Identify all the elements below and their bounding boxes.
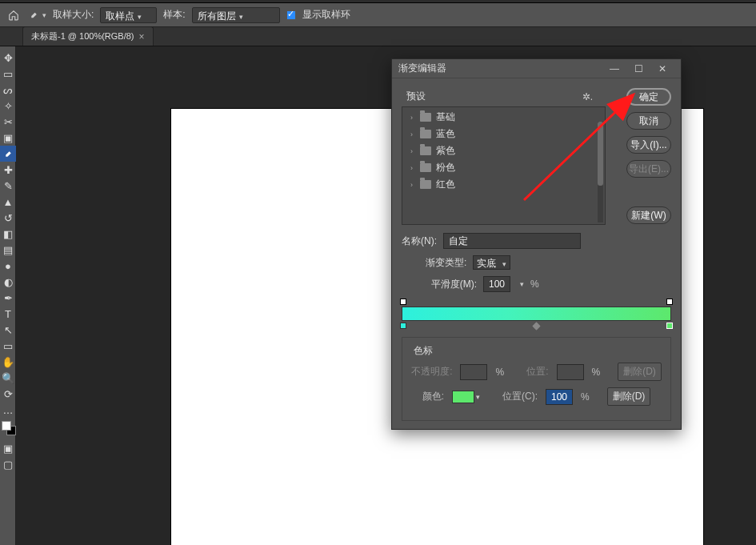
position-c-input[interactable] xyxy=(546,389,573,405)
import-button[interactable]: 导入(I)... xyxy=(626,136,671,154)
folder-icon xyxy=(420,163,431,172)
options-bar: ▾ 取样大小: 取样点▾ 样本: 所有图层▾ 显示取样环 xyxy=(0,3,756,27)
opacity-label: 不透明度: xyxy=(411,365,452,379)
folder-icon xyxy=(420,146,431,155)
chevron-down-icon: ▾ xyxy=(42,11,46,19)
eyedropper-icon[interactable]: ▾ xyxy=(29,6,46,24)
preset-folder[interactable]: › 粉色 xyxy=(402,159,605,176)
screenmode-toggle[interactable]: ▢ xyxy=(0,456,16,472)
history-brush-tool[interactable]: ↺ xyxy=(0,210,16,226)
export-button[interactable]: 导出(E)... xyxy=(626,160,671,178)
stamp-tool[interactable]: ▲ xyxy=(0,194,16,210)
name-input[interactable] xyxy=(443,233,581,249)
chevron-right-icon: › xyxy=(410,114,415,122)
heal-tool[interactable]: ✚ xyxy=(0,162,16,178)
folder-icon xyxy=(420,130,431,138)
scrollbar[interactable] xyxy=(598,122,603,222)
position-label: 位置: xyxy=(526,365,548,379)
eyedropper-tool[interactable] xyxy=(0,146,16,162)
name-label: 名称(N): xyxy=(402,234,437,248)
opacity-stop-right[interactable] xyxy=(666,299,673,305)
eraser-tool[interactable]: ◧ xyxy=(0,226,16,242)
home-icon[interactable] xyxy=(5,6,22,24)
color-stop-right[interactable] xyxy=(666,323,673,329)
document-tab[interactable]: 未标题-1 @ 100%(RGB/8) × xyxy=(22,26,154,46)
folder-icon xyxy=(420,113,431,122)
gradient-ramp[interactable] xyxy=(402,299,671,329)
maximize-icon[interactable]: ☐ xyxy=(626,63,650,74)
gradient-tool[interactable]: ▤ xyxy=(0,242,16,258)
gradient-type-label: 渐变类型: xyxy=(426,256,466,270)
chevron-down-icon: ▾ xyxy=(476,393,480,401)
frame-tool[interactable]: ▣ xyxy=(0,130,16,146)
dialog-titlebar[interactable]: 渐变编辑器 — ☐ ✕ xyxy=(392,59,681,78)
gradient-bar[interactable] xyxy=(402,307,671,321)
preset-folder-label: 红色 xyxy=(436,178,455,191)
opacity-stop-left[interactable] xyxy=(400,299,406,305)
lasso-tool[interactable]: ᔕ xyxy=(0,82,16,98)
preset-folder-label: 基础 xyxy=(436,110,455,124)
percent-sign: % xyxy=(495,367,504,378)
type-tool[interactable]: T xyxy=(0,306,16,322)
delete-color-stop-button[interactable]: 删除(D) xyxy=(607,387,651,406)
document-tabbar: 未标题-1 @ 100%(RGB/8) × xyxy=(0,27,756,46)
dialog-title: 渐变编辑器 xyxy=(398,62,602,75)
new-button[interactable]: 新建(W) xyxy=(626,206,671,224)
tab-title: 未标题-1 @ 100%(RGB/8) xyxy=(31,30,134,42)
brush-tool[interactable]: ✎ xyxy=(0,178,16,194)
chevron-right-icon: › xyxy=(410,181,415,189)
dodge-tool[interactable]: ◐ xyxy=(0,274,16,290)
marquee-tool[interactable]: ▭ xyxy=(0,66,16,82)
sample-size-select[interactable]: 取样点▾ xyxy=(100,7,157,23)
hand-tool[interactable]: ✋ xyxy=(0,354,16,370)
chevron-down-icon: ▾ xyxy=(138,13,142,21)
pen-tool[interactable]: ✒ xyxy=(0,290,16,306)
preset-folder[interactable]: › 蓝色 xyxy=(402,126,605,142)
preset-folder-label: 粉色 xyxy=(436,161,455,174)
color-label: 颜色: xyxy=(422,390,444,403)
show-ring-checkbox[interactable] xyxy=(286,10,296,20)
smoothness-input[interactable] xyxy=(483,276,510,292)
sample-from-select[interactable]: 所有图层▾ xyxy=(192,7,280,23)
percent-sign: % xyxy=(581,391,590,403)
presets-list[interactable]: › 基础 › 蓝色 › 紫色 › 粉色 xyxy=(402,106,606,225)
rotate-tool[interactable]: ⟳ xyxy=(0,386,16,402)
chevron-right-icon: › xyxy=(410,164,415,172)
position-input xyxy=(557,364,584,380)
preset-folder-label: 蓝色 xyxy=(436,127,455,141)
blur-tool[interactable]: ● xyxy=(0,258,16,274)
close-icon[interactable]: ✕ xyxy=(650,63,674,74)
move-tool[interactable]: ✥ xyxy=(0,50,16,66)
preset-folder[interactable]: › 紫色 xyxy=(402,142,605,159)
show-ring-label: 显示取样环 xyxy=(302,8,350,22)
wand-tool[interactable]: ✧ xyxy=(0,98,16,114)
ok-button[interactable]: 确定 xyxy=(626,88,671,106)
preset-folder[interactable]: › 红色 xyxy=(402,176,605,193)
chevron-right-icon: › xyxy=(410,147,415,155)
delete-opacity-stop-button: 删除(D) xyxy=(618,363,662,381)
presets-label: 预设 xyxy=(406,90,426,103)
fg-bg-swatch[interactable] xyxy=(0,421,15,440)
cancel-button[interactable]: 取消 xyxy=(626,112,671,130)
path-tool[interactable]: ↖ xyxy=(0,322,16,338)
gear-icon[interactable]: ✲. xyxy=(582,91,601,102)
preset-folder[interactable]: › 基础 xyxy=(402,109,605,126)
minimize-icon[interactable]: — xyxy=(602,63,626,74)
close-icon[interactable]: × xyxy=(139,31,145,42)
tools-panel: ✥ ▭ ᔕ ✧ ✂ ▣ ✚ ✎ ▲ ↺ ◧ ▤ ● ◐ ✒ T ↖ ▭ ✋ 🔍 … xyxy=(0,46,16,545)
position-c-label: 位置(C): xyxy=(502,390,538,403)
extra-tool-1[interactable]: … xyxy=(0,402,16,418)
color-stop-left[interactable] xyxy=(400,323,406,329)
gradient-type-select[interactable]: 实底 ▾ xyxy=(473,255,510,270)
color-swatch[interactable]: ▾ xyxy=(452,391,480,403)
zoom-tool[interactable]: 🔍 xyxy=(0,370,16,386)
foreground-color[interactable] xyxy=(2,421,11,431)
chevron-down-icon: ▾ xyxy=(239,13,243,21)
quickmask-toggle[interactable]: ▣ xyxy=(0,440,16,456)
chevron-down-icon[interactable]: ▾ xyxy=(520,280,524,288)
midpoint-marker[interactable] xyxy=(533,323,541,331)
chevron-right-icon: › xyxy=(410,130,415,138)
chevron-down-icon: ▾ xyxy=(502,260,506,268)
crop-tool[interactable]: ✂ xyxy=(0,114,16,130)
shape-tool[interactable]: ▭ xyxy=(0,338,16,354)
